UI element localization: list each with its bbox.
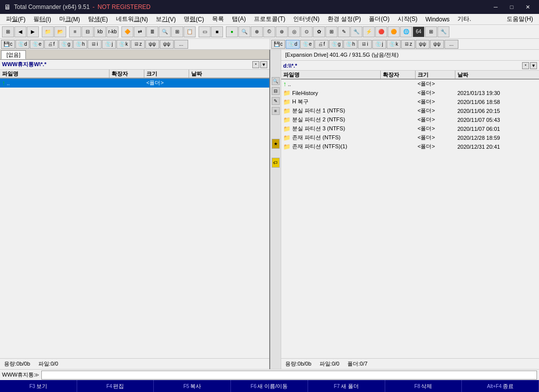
drive-btn-i-left[interactable]: 🖥i [88,40,102,49]
left-col-size[interactable]: 크기 [144,70,189,78]
table-row[interactable]: 📁H 복구<폴더>2020/11/06 18:58 [281,98,539,106]
tb-btn-24[interactable]: ⊞ [325,26,337,37]
menu-folder[interactable]: 폴더(O) [365,14,393,25]
tb-btn-25[interactable]: ✎ [338,26,350,37]
drive-btn-f-left[interactable]: 🖨f [44,40,58,49]
drive-btn-h-right[interactable]: 💿h [343,40,357,49]
tb-btn-9[interactable]: 🔶 [121,26,133,37]
drive-btn-j-left[interactable]: 💿j [102,40,116,49]
tb-btn-15[interactable]: ▭ [199,26,211,37]
cmd-input[interactable] [41,371,537,380]
tb-btn-7[interactable]: kb [94,26,106,37]
side-tool-4[interactable]: ≡ [272,107,280,115]
right-file-list[interactable]: ↑..<폴더>📁FileHistory<폴더>2021/01/13 19:30📁… [281,80,539,358]
tb-btn-10[interactable]: ⇄ [134,26,146,37]
table-row[interactable]: 📁분실 파티션 2 (NTFS)<폴더>2020/11/07 05:43 [281,115,539,124]
tb-btn-31[interactable]: 64 [413,26,425,37]
table-row[interactable]: 📁분실 파티션 3 (NTFS)<폴더>2020/11/07 06:01 [281,124,539,133]
drive-btn-f-right[interactable]: 🖨f [315,40,328,49]
tb-btn-copy-src[interactable]: 📁 [42,26,54,37]
side-tool-3[interactable]: ✎ [272,97,280,105]
tb-btn-23[interactable]: ✿ [313,26,325,37]
menu-etc[interactable]: 기타. [453,14,475,25]
tb-btn-30[interactable]: 🌐 [400,26,412,37]
drive-btn-net2-left[interactable]: ψψ [160,40,174,49]
close-button[interactable]: ✕ [520,2,535,12]
menu-settings[interactable]: 환경 설정(P) [323,14,365,25]
tb-btn-1[interactable]: ⊞ [2,26,14,37]
right-panel-down-btn[interactable]: ▼ [530,62,537,69]
side-tool-bookmark[interactable]: ★ [272,139,280,149]
left-col-ext[interactable]: 확장자 [109,70,144,78]
fkey-f5[interactable]: F5 복사 [154,380,231,392]
tb-btn-19[interactable]: © [263,26,275,37]
menu-tab[interactable]: 탭(A) [228,14,250,25]
menu-windows[interactable]: Windows [422,14,454,25]
left-col-date[interactable]: 날짜 [189,70,269,78]
left-file-list[interactable]: ↑ .. <폴더> [0,79,269,358]
drive-btn-net1-right[interactable]: ψψ [416,40,430,49]
menu-network[interactable]: 네트워크(N) [112,14,152,25]
tb-btn-21[interactable]: ◎ [288,26,300,37]
menu-mark[interactable]: 마크(M) [55,14,84,25]
tb-btn-20[interactable]: ⊛ [276,26,288,37]
menu-view[interactable]: 보기(V) [152,14,180,25]
drive-btn-k-left[interactable]: 💿k [116,40,130,49]
menu-command[interactable]: 명령(C) [180,14,208,25]
menu-help[interactable]: 도움말(H) [503,14,537,25]
drive-btn-d-left[interactable]: 💿d [15,40,29,49]
drive-btn-more-left[interactable]: ... [174,40,188,49]
menu-list[interactable]: 목록 [208,14,228,25]
drive-btn-h-left[interactable]: 💿h [73,40,87,49]
drive-btn-g-right[interactable]: 💿g [329,40,343,49]
table-row[interactable]: 📁존재 파티션 (NTFS)<폴더>2020/12/28 18:59 [281,133,539,142]
fkey-f4[interactable]: F4 편집 [77,380,154,392]
left-tab-none[interactable]: [없음] [1,50,26,59]
tb-btn-29[interactable]: 🟠 [388,26,400,37]
fkey-f7[interactable]: F7 새 폴더 [308,380,385,392]
maximize-button[interactable]: □ [504,2,519,12]
tb-btn-13[interactable]: ⊞ [171,26,183,37]
table-row[interactable]: 📁FileHistory<폴더>2021/01/13 19:30 [281,89,539,98]
tb-btn-27[interactable]: ⚡ [363,26,375,37]
tb-btn-back[interactable]: ◀ [14,26,26,37]
tb-btn-6[interactable]: ⊟ [82,26,94,37]
table-row[interactable]: 📁존재 파티션 (NTFS)(1)<폴더>2020/12/31 20:41 [281,142,539,151]
table-row[interactable]: ↑ .. <폴더> [0,79,269,88]
tb-btn-5[interactable]: ≡ [69,26,81,37]
right-col-ext[interactable]: 확장자 [381,71,416,79]
drive-btn-c-left[interactable]: 💾c [1,40,15,49]
tb-btn-16[interactable]: ■ [211,26,223,37]
minimize-button[interactable]: ─ [488,2,503,12]
drive-btn-k-right[interactable]: 💿k [387,40,401,49]
side-tool-label[interactable]: 🏷 [272,158,280,168]
menu-filter[interactable]: 필터(I) [29,14,55,25]
menu-start[interactable]: 시작(S) [394,14,422,25]
tb-btn-32[interactable]: ⊞ [425,26,437,37]
fkey-f8[interactable]: F8 삭제 [385,380,462,392]
drive-btn-d-right[interactable]: 💿d [286,40,300,49]
left-col-filename[interactable]: 파일명 [0,70,109,78]
drive-btn-e-left[interactable]: 💿e [30,40,44,49]
drive-btn-net2-right[interactable]: ψψ [430,40,444,49]
tb-btn-forward[interactable]: ▶ [27,26,39,37]
tb-btn-26[interactable]: 🔧 [350,26,362,37]
tb-btn-18[interactable]: ⊕ [251,26,263,37]
tb-btn-14[interactable]: 📋 [184,26,196,37]
fkey-f3[interactable]: F3 보기 [0,380,77,392]
drive-btn-z-left[interactable]: 🖥z [131,40,145,49]
side-tool-magnify[interactable]: 🔍 [272,77,280,85]
menu-explore[interactable]: 탐색(E) [84,14,112,25]
tb-btn-12[interactable]: 🔍 [159,26,171,37]
table-row[interactable]: 📁분실 파티션 1 (NTFS)<폴더>2020/11/06 20:15 [281,106,539,115]
tb-btn-33[interactable]: 🔧 [437,26,449,37]
tb-btn-green[interactable]: ● [226,26,238,37]
tb-btn-22[interactable]: ⊙ [301,26,313,37]
menu-internet[interactable]: 인터넷(N) [289,14,323,25]
tb-btn-11[interactable]: ≣ [146,26,158,37]
tb-btn-8[interactable]: r-kb [107,26,118,37]
drive-btn-more-right[interactable]: ... [444,40,458,49]
menu-protocol[interactable]: 프로토콜(T) [250,14,289,25]
right-col-size[interactable]: 크기 [416,71,455,79]
tb-btn-28[interactable]: 🔴 [375,26,387,37]
